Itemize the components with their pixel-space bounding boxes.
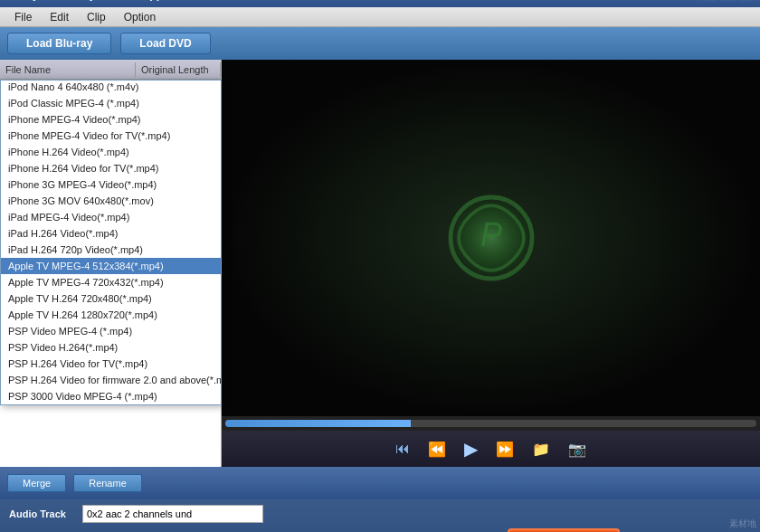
- load-dvd-button[interactable]: Load DVD: [120, 33, 210, 54]
- video-preview: P: [222, 60, 760, 416]
- app-title: 4Easysift Blu-ray to MKV Ripper: [7, 0, 173, 1]
- close-button[interactable]: ✕: [738, 0, 753, 1]
- progress-area: [222, 416, 760, 431]
- dropdown-item[interactable]: PSP Video MPEG-4 (*.mp4): [1, 323, 221, 339]
- format-dropdown-list[interactable]: MKV Video Format (*.mkv)HD MKV Video For…: [0, 80, 222, 405]
- play-button[interactable]: ▶: [459, 434, 483, 463]
- progress-bar-fill: [225, 420, 411, 427]
- menu-option[interactable]: Option: [115, 9, 165, 25]
- rewind-button[interactable]: ⏮: [390, 437, 415, 461]
- dropdown-item[interactable]: iPad H.264 720p Video(*.mp4): [1, 242, 221, 258]
- audio-track-row: Audio Track: [9, 505, 751, 523]
- window-controls: ─ □ ✕: [702, 0, 753, 1]
- left-panel: File Name Original Length ✓ BD 新项目.... 0…: [0, 60, 222, 467]
- right-panel: P ⏮ ⏪ ▶ ⏩ 📁 📷: [222, 60, 760, 467]
- dropdown-item[interactable]: PSP H.264 Video for TV(*.mp4): [1, 356, 221, 372]
- load-bar: Load Blu-ray Load DVD: [0, 27, 760, 60]
- video-controls: ⏮ ⏪ ▶ ⏩ 📁 📷: [222, 431, 760, 467]
- dropdown-item[interactable]: iPad H.264 Video(*.mp4): [1, 225, 221, 242]
- progress-bar-track[interactable]: [225, 420, 756, 427]
- menu-file[interactable]: File: [5, 9, 41, 25]
- next-button[interactable]: ⏩: [490, 437, 519, 461]
- dropdown-item[interactable]: PSP 3000 Video MPEG-4 (*.mp4): [1, 388, 221, 404]
- audio-track-input[interactable]: [82, 505, 263, 523]
- dropdown-item[interactable]: iPod Classic MPEG-4 (*.mp4): [1, 95, 221, 111]
- snapshot-button[interactable]: 📷: [563, 437, 592, 461]
- dropdown-item[interactable]: Apple TV MPEG-4 720x432(*.mp4): [1, 274, 221, 290]
- profile-row: Profile All Profiles MKV Video Format (*…: [9, 528, 751, 532]
- convert-button[interactable]: Convert ▶: [508, 528, 620, 532]
- menu-clip[interactable]: Clip: [78, 9, 115, 25]
- dropdown-item[interactable]: iPhone H.264 Video(*.mp4): [1, 144, 221, 160]
- dropdown-item[interactable]: iPhone H.264 Video for TV(*.mp4): [1, 160, 221, 176]
- dropdown-item[interactable]: iPhone MPEG-4 Video for TV(*.mp4): [1, 128, 221, 144]
- main-area: File Name Original Length ✓ BD 新项目.... 0…: [0, 60, 760, 467]
- dropdown-item[interactable]: iPod Nano 4 640x480 (*.m4v): [1, 80, 221, 95]
- maximize-button[interactable]: □: [720, 0, 735, 1]
- menu-edit[interactable]: Edit: [41, 9, 78, 25]
- bottom-section: Audio Track Profile All Profiles MKV Vid…: [0, 499, 760, 532]
- watermark: 素材地: [729, 518, 756, 530]
- rename-button[interactable]: Rename: [73, 474, 142, 492]
- prev-button[interactable]: ⏪: [423, 437, 451, 461]
- dropdown-item[interactable]: iPad MPEG-4 Video(*.mp4): [1, 209, 221, 225]
- format-dropdown-overlay: MKV Video Format (*.mkv)HD MKV Video For…: [0, 60, 222, 467]
- dropdown-item[interactable]: iPhone 3G MPEG-4 Video(*.mp4): [1, 176, 221, 193]
- menu-bar: File Edit Clip Option: [0, 7, 760, 27]
- dropdown-item[interactable]: iPhone MPEG-4 Video(*.mp4): [1, 111, 221, 128]
- minimize-button[interactable]: ─: [702, 0, 717, 1]
- folder-button[interactable]: 📁: [527, 437, 556, 461]
- dropdown-item[interactable]: Apple TV H.264 720x480(*.mp4): [1, 290, 221, 307]
- dropdown-item[interactable]: iPhone 3G MOV 640x480(*.mov): [1, 193, 221, 209]
- dropdown-item[interactable]: Apple TV H.264 1280x720(*.mp4): [1, 307, 221, 323]
- dropdown-item[interactable]: PSP H.264 Video for firmware 2.0 and abo…: [1, 372, 221, 388]
- audio-track-label: Audio Track: [9, 508, 77, 519]
- dropdown-item[interactable]: PSP Video H.264(*.mp4): [1, 339, 221, 356]
- merge-button[interactable]: Merge: [7, 474, 66, 492]
- dropdown-item[interactable]: Apple TV MPEG-4 512x384(*.mp4): [1, 258, 221, 274]
- svg-text:P: P: [480, 216, 501, 253]
- video-logo-icon: P: [437, 184, 546, 292]
- load-bluray-button[interactable]: Load Blu-ray: [7, 33, 111, 54]
- action-row: Merge Rename: [0, 467, 760, 499]
- title-bar: 4Easysift Blu-ray to MKV Ripper ─ □ ✕: [0, 0, 760, 7]
